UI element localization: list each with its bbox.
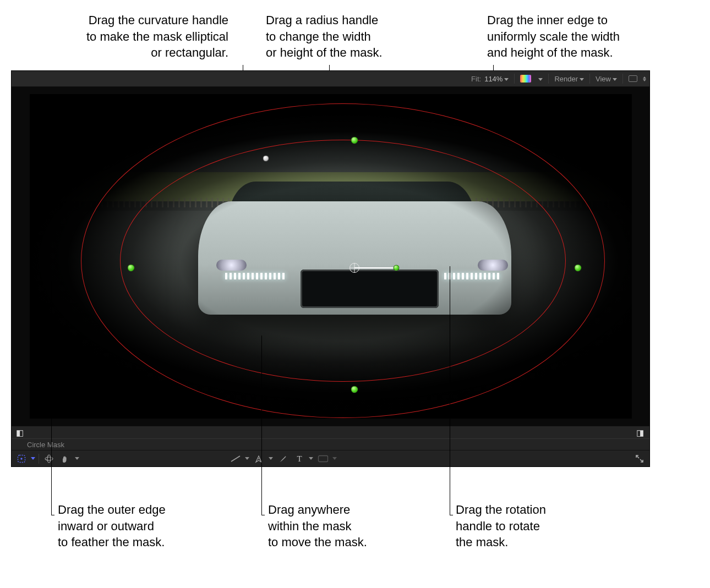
canvas-area[interactable]	[12, 87, 649, 426]
canvas-toolbar: T	[12, 450, 649, 466]
zoom-fit-label: Fit:	[471, 75, 481, 83]
render-menu[interactable]: Render	[554, 75, 584, 83]
annotation-rotate: Drag the rotation handle to rotate the m…	[456, 502, 599, 551]
annotation-move: Drag anywhere within the mask to move th…	[268, 502, 411, 551]
pen-tool-menu[interactable]	[269, 457, 273, 460]
canvas-viewer: Fit: 114% Render View	[11, 70, 650, 467]
pen-tool-icon[interactable]	[253, 453, 266, 465]
svg-point-1	[20, 458, 22, 459]
svg-rect-7	[319, 455, 328, 461]
separator	[622, 74, 623, 84]
leader-rotate	[450, 266, 450, 515]
separator	[39, 454, 39, 464]
viewer-layout-stepper[interactable]	[643, 76, 646, 81]
leader-outer-h	[51, 515, 54, 515]
mask-radius-handle-bottom[interactable]	[351, 386, 358, 393]
svg-line-4	[231, 456, 240, 461]
enter-fullscreen-icon[interactable]	[633, 453, 646, 465]
text-tool-icon[interactable]: T	[293, 453, 306, 465]
annotation-inner-edge: Drag the inner edge to uniformly scale t…	[487, 12, 702, 61]
annotation-curvature: Drag the curvature handle to make the ma…	[11, 12, 228, 61]
out-marker-icon[interactable]: ◨	[636, 428, 644, 438]
in-marker-icon[interactable]: ◧	[16, 428, 24, 438]
mask-rotation-arm[interactable]	[354, 267, 396, 268]
svg-text:T: T	[297, 454, 302, 463]
pan-hand-menu[interactable]	[75, 457, 79, 460]
mask-rotation-handle[interactable]	[393, 265, 399, 271]
mask-radius-handle-right[interactable]	[575, 265, 582, 272]
mask-curvature-handle[interactable]	[263, 155, 269, 161]
viewer-layout-icon[interactable]	[629, 75, 637, 82]
zoom-level-popup[interactable]: 114%	[484, 75, 509, 83]
pan-hand-icon[interactable]	[59, 453, 72, 465]
mask-radius-handle-top[interactable]	[351, 137, 358, 144]
selection-name: Circle Mask	[27, 441, 64, 449]
shape-mask-tool-icon[interactable]	[15, 453, 28, 465]
annotation-outer-edge: Drag the outer edge inward or outward to…	[58, 502, 223, 551]
mask-inner-edge[interactable]	[120, 140, 566, 382]
leader-move-h	[261, 515, 265, 515]
video-frame	[30, 94, 632, 419]
separator	[514, 74, 515, 84]
svg-point-5	[258, 458, 259, 459]
mask-radius-handle-left[interactable]	[128, 265, 135, 272]
rectangle-mask-icon[interactable]	[316, 453, 330, 465]
orbit-3d-icon[interactable]	[42, 453, 56, 465]
line-tool-menu[interactable]	[245, 457, 249, 460]
svg-point-3	[47, 455, 51, 463]
annotation-radius: Drag a radius handle to change the width…	[266, 12, 447, 61]
leader-outer-v	[51, 281, 52, 515]
separator	[589, 74, 590, 84]
leader-move	[261, 336, 262, 515]
text-tool-menu[interactable]	[309, 457, 313, 460]
mini-timeline[interactable]: ◧ ◨	[12, 426, 649, 438]
separator	[548, 74, 549, 84]
paint-brush-icon[interactable]	[276, 453, 290, 465]
line-tool-icon[interactable]	[229, 453, 242, 465]
shape-mask-tool-menu[interactable]	[31, 457, 35, 460]
rectangle-mask-menu[interactable]	[332, 457, 337, 460]
viewer-options-bar: Fit: 114% Render View	[12, 71, 649, 87]
color-channels-icon[interactable]	[520, 75, 531, 83]
selection-name-bar: Circle Mask	[12, 438, 649, 450]
color-channels-menu[interactable]	[537, 75, 543, 83]
leader-rotate-h	[450, 515, 453, 515]
view-menu[interactable]: View	[596, 75, 617, 83]
